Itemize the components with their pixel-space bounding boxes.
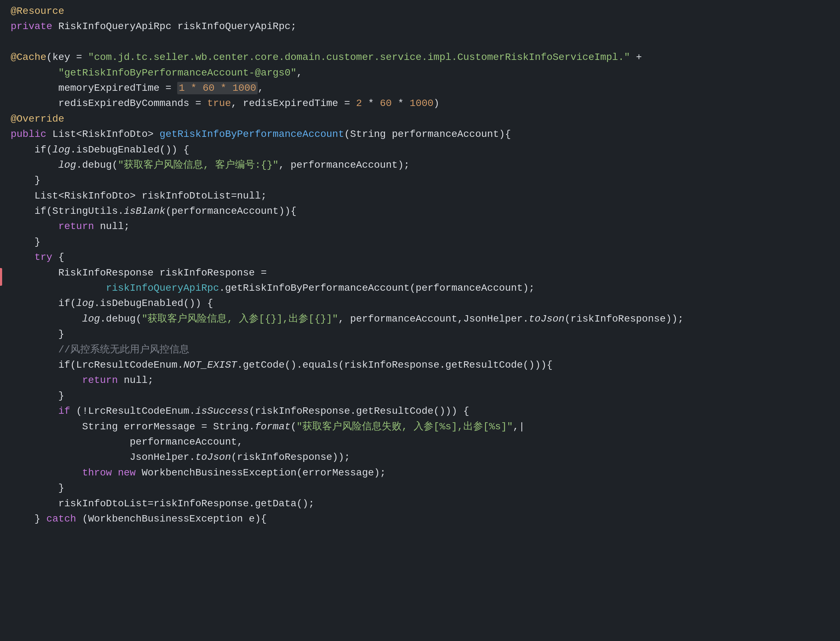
- code-line: log.debug("获取客户风险信息, 客户编号:{}", performan…: [0, 158, 840, 173]
- code-token: //风控系统无此用户风控信息: [58, 344, 189, 355]
- code-token: isSuccess: [195, 406, 249, 417]
- code-line: return null;: [0, 219, 840, 234]
- line-content: }: [11, 480, 829, 496]
- code-token: (riskInfoResponse.getResultCode())) {: [249, 406, 469, 417]
- code-token: return: [82, 375, 118, 386]
- code-token: , performanceAccount);: [278, 159, 410, 171]
- code-token: if(LrcResultCodeEnum.: [11, 359, 183, 370]
- code-line: riskInfoQueryApiRpc.getRiskInfoByPerform…: [0, 280, 840, 296]
- code-token: , redisExpiredTime =: [231, 98, 356, 109]
- code-token: "getRiskInfoByPerformanceAccount-@args0": [58, 68, 296, 78]
- code-line: performanceAccount,: [0, 434, 840, 449]
- code-line: if(LrcResultCodeEnum.NOT_EXIST.getCode()…: [0, 358, 840, 373]
- code-token: [11, 221, 58, 232]
- code-token: redisExpiredByCommands =: [11, 98, 208, 109]
- code-token: }: [11, 390, 64, 401]
- code-token: List<RiskInfoDto>: [47, 129, 159, 140]
- code-editor: @Resourceprivate RiskInfoQueryApiRpc ris…: [0, 0, 840, 530]
- line-content: "getRiskInfoByPerformanceAccount-@args0"…: [11, 65, 829, 81]
- line-content: return null;: [11, 373, 829, 388]
- code-line: "getRiskInfoByPerformanceAccount-@args0"…: [0, 65, 840, 81]
- code-token: riskInfoQueryApiRpc;: [177, 21, 296, 32]
- code-token: true: [208, 98, 231, 109]
- code-line: }: [0, 234, 840, 250]
- code-token: (String performanceAccount){: [344, 129, 511, 140]
- code-token: (WorkbenchBusinessException e){: [76, 513, 267, 524]
- code-line: }: [0, 327, 840, 342]
- code-line: return null;: [0, 373, 840, 388]
- line-content: RiskInfoResponse riskInfoResponse =: [11, 265, 829, 280]
- code-token: (: [291, 421, 297, 432]
- code-lines: @Resourceprivate RiskInfoQueryApiRpc ris…: [0, 3, 840, 527]
- code-token: RiskInfoQueryApiRpc: [53, 21, 177, 32]
- code-token: .isDebugEnabled()) {: [94, 298, 213, 309]
- code-token: null;: [117, 375, 153, 386]
- code-token: new: [117, 467, 135, 478]
- line-content: riskInfoQueryApiRpc.getRiskInfoByPerform…: [11, 280, 829, 296]
- line-content: }: [11, 173, 829, 188]
- code-token: public: [11, 129, 47, 140]
- code-token: try: [11, 252, 53, 263]
- code-token: riskInfoDtoList=riskInfoResponse.getData…: [11, 498, 314, 509]
- code-line: log.debug("获取客户风险信息, 入参[{}],出参[{}]", per…: [0, 311, 840, 327]
- code-token: JsonHelper.: [11, 452, 195, 463]
- code-line: @Cache(key = "com.jd.tc.seller.wb.center…: [0, 50, 840, 65]
- line-content: String errorMessage = String.format("获取客…: [11, 419, 829, 434]
- line-content: @Resource: [11, 3, 829, 19]
- code-token: +: [630, 52, 642, 63]
- line-content: }: [11, 234, 829, 250]
- code-line: if(log.isDebugEnabled()) {: [0, 296, 840, 311]
- line-content: if(log.isDebugEnabled()) {: [11, 142, 829, 158]
- code-line: }: [0, 480, 840, 496]
- code-token: *: [392, 98, 409, 109]
- code-token: log: [82, 313, 100, 324]
- code-token: RiskInfoResponse riskInfoResponse =: [11, 267, 267, 278]
- line-content: @Cache(key = "com.jd.tc.seller.wb.center…: [11, 50, 829, 65]
- code-token: private: [11, 21, 53, 32]
- code-token: }: [11, 237, 40, 248]
- code-token: @Resource: [11, 6, 64, 17]
- code-line: String errorMessage = String.format("获取客…: [0, 419, 840, 434]
- line-content: if(LrcResultCodeEnum.NOT_EXIST.getCode()…: [11, 358, 829, 373]
- code-token: WorkbenchBusinessException(errorMessage)…: [136, 467, 386, 478]
- code-token: log: [58, 159, 76, 171]
- code-token: ,: [257, 83, 264, 93]
- code-token: "获取客户风险信息, 客户编号:{}": [117, 159, 278, 171]
- selection-indicator: [0, 268, 2, 286]
- code-token: .debug(: [100, 313, 142, 324]
- code-token: 1000: [410, 98, 433, 109]
- code-line: if (!LrcResultCodeEnum.isSuccess(riskInf…: [0, 403, 840, 419]
- code-line: [0, 34, 840, 50]
- code-token: log: [76, 298, 94, 309]
- code-line: RiskInfoResponse riskInfoResponse =: [0, 265, 840, 280]
- code-line: List<RiskInfoDto> riskInfoDtoList=null;: [0, 188, 840, 203]
- code-token: *: [362, 98, 380, 109]
- code-token: 60: [380, 98, 392, 109]
- line-content: log.debug("获取客户风险信息, 客户编号:{}", performan…: [11, 158, 829, 173]
- code-token: }: [11, 329, 64, 340]
- code-token: @Cache: [11, 52, 47, 63]
- code-line: redisExpiredByCommands = true, redisExpi…: [0, 96, 840, 111]
- line-content: JsonHelper.toJson(riskInfoResponse));: [11, 449, 829, 465]
- code-token: .isDebugEnabled()) {: [70, 144, 189, 155]
- code-token: (key =: [47, 52, 88, 63]
- code-token: }: [11, 175, 40, 186]
- code-line: public List<RiskInfoDto> getRiskInfoByPe…: [0, 127, 840, 142]
- code-token: }: [11, 483, 64, 493]
- code-line: }: [0, 388, 840, 403]
- code-token: @Override: [11, 113, 64, 124]
- code-token: [11, 344, 58, 355]
- code-line: try {: [0, 250, 840, 265]
- code-token: toJson: [195, 452, 231, 463]
- code-token: if: [11, 406, 70, 417]
- code-line: riskInfoDtoList=riskInfoResponse.getData…: [0, 496, 840, 511]
- line-content: //风控系统无此用户风控信息: [11, 342, 829, 358]
- code-token: .getCode().equals(riskInfoResponse.getRe…: [237, 359, 553, 370]
- code-token: if(StringUtils.: [11, 206, 124, 217]
- line-content: public List<RiskInfoDto> getRiskInfoByPe…: [11, 127, 829, 142]
- line-content: } catch (WorkbenchBusinessException e){: [11, 511, 829, 527]
- code-line: }: [0, 173, 840, 188]
- code-token: (riskInfoResponse));: [565, 313, 684, 324]
- code-token: "获取客户风险信息失败, 入参[%s],出参[%s]": [297, 421, 513, 432]
- code-line: private RiskInfoQueryApiRpc riskInfoQuer…: [0, 19, 840, 34]
